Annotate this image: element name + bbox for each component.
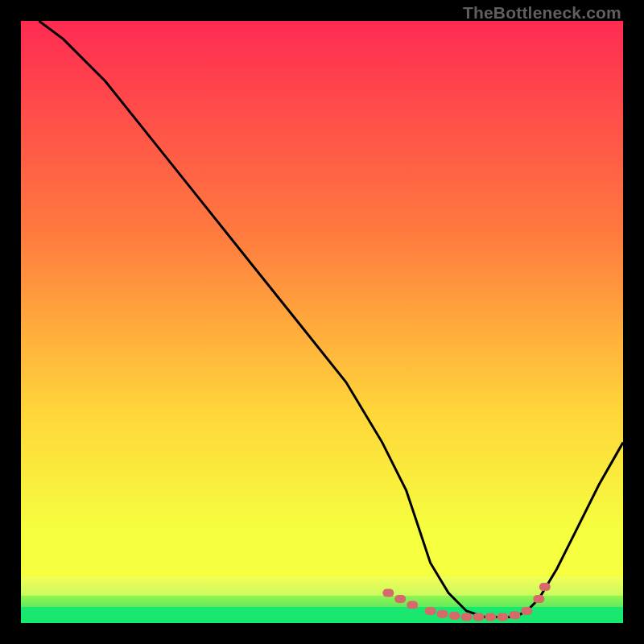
marker-dot — [449, 612, 460, 620]
chart-frame — [21, 21, 623, 623]
marker-dot — [533, 595, 544, 603]
gradient-background — [21, 21, 623, 623]
marker-dot — [425, 607, 436, 615]
yellow-band — [21, 576, 623, 596]
marker-dot — [521, 607, 532, 615]
bottleneck-chart — [21, 21, 623, 623]
marker-dot — [394, 595, 406, 603]
marker-dot — [407, 601, 418, 609]
marker-dot — [509, 611, 520, 619]
green-band — [21, 607, 623, 623]
marker-dot — [485, 613, 496, 621]
marker-dot — [461, 613, 473, 621]
marker-dot — [382, 589, 394, 597]
marker-dot — [473, 613, 485, 621]
watermark-text: TheBottleneck.com — [463, 3, 621, 23]
marker-dot — [497, 613, 508, 621]
marker-dot — [539, 583, 551, 591]
marker-dot — [437, 610, 448, 618]
